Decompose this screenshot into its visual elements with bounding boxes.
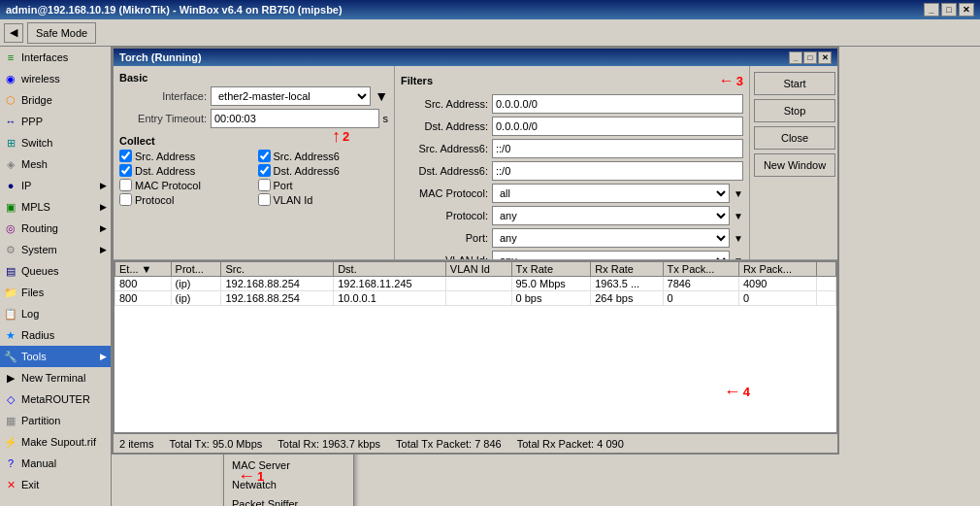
collect-vlan-id: VLAN Id <box>258 193 389 206</box>
sidebar-item-queues[interactable]: ▤ Queues <box>0 260 111 282</box>
filter-port-select[interactable]: any <box>492 228 730 248</box>
annotation-3: ← 3 <box>719 72 743 89</box>
filter-dst-address6-input[interactable] <box>492 161 743 181</box>
files-icon: 📁 <box>4 286 17 299</box>
filter-src-address6-input[interactable] <box>492 139 743 158</box>
collect-dst-address-checkbox[interactable] <box>119 164 132 177</box>
mesh-icon: ◈ <box>4 157 17 171</box>
cell-prot: (ip) <box>171 290 221 305</box>
filter-port-label: Port: <box>401 232 488 244</box>
cell-src: 192.168.88.254 <box>221 276 334 290</box>
close-dialog-button[interactable]: Close <box>754 126 835 150</box>
new-window-button[interactable]: New Window <box>754 153 835 177</box>
sidebar-item-ppp[interactable]: ↔ PPP <box>0 111 111 132</box>
collect-src-address-checkbox[interactable] <box>119 150 132 162</box>
sidebar-item-partition[interactable]: ▦ Partition <box>0 410 111 431</box>
safe-mode-button[interactable]: Safe Mode <box>27 22 96 44</box>
sidebar-item-new-terminal[interactable]: ▶ New Terminal <box>0 367 111 388</box>
col-rx-pack[interactable]: Rx Pack... <box>738 261 816 276</box>
sidebar-item-ip[interactable]: ● IP ▶ <box>0 175 111 196</box>
col-vlan[interactable]: VLAN Id <box>445 261 511 276</box>
filter-vlan-id-select[interactable]: any <box>492 251 730 259</box>
filter-mac-protocol-select[interactable]: all <box>492 184 730 203</box>
collect-vlan-id-checkbox[interactable] <box>258 193 271 206</box>
collect-dst-address6-checkbox[interactable] <box>258 164 271 177</box>
sidebar-item-wireless[interactable]: ◉ wireless <box>0 68 111 89</box>
close-button[interactable]: ✕ <box>959 3 974 17</box>
filter-dst-address-row: Dst. Address: <box>401 117 743 136</box>
entry-timeout-input[interactable] <box>211 109 379 128</box>
filter-src-address-input[interactable] <box>492 94 743 114</box>
sidebar-item-exit[interactable]: ✕ Exit <box>0 474 111 495</box>
submenu-item-packet-sniffer[interactable]: Packet Sniffer <box>224 494 353 506</box>
ip-icon: ● <box>4 179 17 192</box>
dialog-maximize-button[interactable]: □ <box>803 51 817 64</box>
sidebar-item-mesh[interactable]: ◈ Mesh <box>0 153 111 175</box>
sidebar-item-manual[interactable]: ? Manual <box>0 453 111 474</box>
col-tx-rate[interactable]: Tx Rate <box>511 261 591 276</box>
protocol-arrow[interactable]: ▼ <box>734 211 743 221</box>
sidebar-item-system[interactable]: ⚙ System ▶ <box>0 239 111 260</box>
col-rx-rate[interactable]: Rx Rate <box>591 261 663 276</box>
sidebar-item-label: Make Supout.rif <box>21 436 96 448</box>
collect-dst-address6-label: Dst. Address6 <box>274 165 340 177</box>
dialog-minimize-button[interactable]: _ <box>789 51 802 64</box>
switch-icon: ⊞ <box>4 136 17 150</box>
table-area[interactable]: Et... ▼ Prot... Src. Dst. VLAN Id Tx Rat… <box>114 260 837 434</box>
col-prot[interactable]: Prot... <box>171 261 221 276</box>
mac-protocol-arrow[interactable]: ▼ <box>734 188 743 199</box>
basic-header: Basic <box>119 72 388 84</box>
interface-select[interactable]: ether2-master-local <box>211 86 371 106</box>
collect-src-address6-checkbox[interactable] <box>258 150 271 162</box>
cell-rx-pack: 4090 <box>738 276 816 290</box>
maximize-button[interactable]: □ <box>941 3 957 17</box>
exit-icon: ✕ <box>4 478 17 491</box>
sidebar-item-make-supout[interactable]: ⚡ Make Supout.rif <box>0 431 111 453</box>
back-button[interactable]: ◀ <box>4 23 23 43</box>
cell-vlan <box>445 276 511 290</box>
ppp-icon: ↔ <box>4 115 17 128</box>
stop-button[interactable]: Stop <box>754 99 835 122</box>
sidebar-item-log[interactable]: 📋 Log <box>0 303 111 324</box>
sidebar-item-label: Tools <box>21 351 47 362</box>
sidebar-item-mpls[interactable]: ▣ MPLS ▶ <box>0 196 111 218</box>
col-src[interactable]: Src. <box>221 261 334 276</box>
col-dst[interactable]: Dst. <box>334 261 446 276</box>
sidebar-item-metarouter[interactable]: ◇ MetaROUTER <box>0 388 111 410</box>
sidebar-item-radius[interactable]: ★ Radius <box>0 324 111 346</box>
table-row[interactable]: 800 (ip) 192.168.88.254 192.168.11.245 9… <box>115 276 836 290</box>
manual-icon: ? <box>4 456 17 470</box>
table-row[interactable]: 800 (ip) 192.168.88.254 10.0.0.1 0 bps 2… <box>115 290 836 305</box>
sidebar-item-switch[interactable]: ⊞ Switch <box>0 132 111 153</box>
filter-protocol-row: Protocol: any ▼ <box>401 206 743 225</box>
filter-protocol-label: Protocol: <box>401 210 488 221</box>
start-button[interactable]: Start <box>754 72 835 95</box>
sidebar-item-files[interactable]: 📁 Files <box>0 282 111 303</box>
sidebar-item-bridge[interactable]: ⬡ Bridge <box>0 89 111 111</box>
system-arrow: ▶ <box>100 245 107 254</box>
status-total-rx: Total Rx: 1963.7 kbps <box>278 438 380 450</box>
sidebar-item-label: Partition <box>21 415 60 426</box>
minimize-button[interactable]: _ <box>924 3 939 17</box>
filter-mac-protocol-label: MAC Protocol: <box>401 187 488 199</box>
col-et[interactable]: Et... ▼ <box>115 261 172 276</box>
filter-dst-address-input[interactable] <box>492 117 743 136</box>
filter-dst-address6-row: Dst. Address6: <box>401 161 743 181</box>
dialog-close-button[interactable]: ✕ <box>818 51 832 64</box>
collect-port-checkbox[interactable] <box>258 179 271 191</box>
port-arrow[interactable]: ▼ <box>734 233 743 244</box>
sidebar-item-interfaces[interactable]: ≡ Interfaces <box>0 47 111 68</box>
status-total-tx-packet: Total Tx Packet: 7 846 <box>396 438 502 450</box>
filter-protocol-select[interactable]: any <box>492 206 730 225</box>
collect-mac-protocol-checkbox[interactable] <box>119 179 132 191</box>
cell-rx-rate: 1963.5 ... <box>591 276 663 290</box>
collect-protocol-checkbox[interactable] <box>119 193 132 206</box>
cell-et: 800 <box>115 276 172 290</box>
toolbar: ◀ Safe Mode <box>0 19 980 47</box>
sidebar-item-routing[interactable]: ◎ Routing ▶ <box>0 218 111 239</box>
col-tx-pack[interactable]: Tx Pack... <box>663 261 738 276</box>
interface-dropdown-arrow[interactable]: ▼ <box>375 88 388 104</box>
filter-dst-address6-label: Dst. Address6: <box>401 165 488 177</box>
col-extra[interactable] <box>817 261 836 276</box>
sidebar-item-tools[interactable]: 🔧 Tools ▶ <box>0 346 111 367</box>
